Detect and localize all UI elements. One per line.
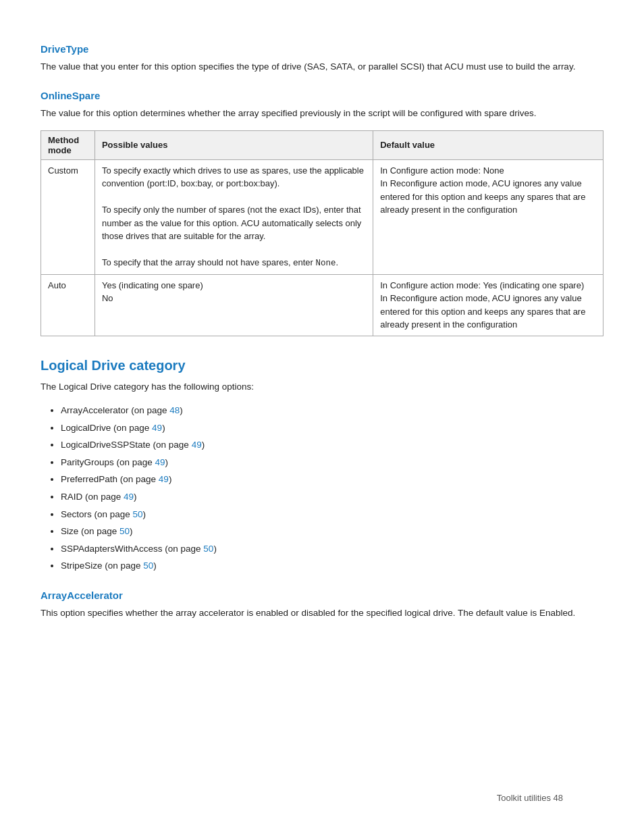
list-item-array-accelerator: ArrayAccelerator (on page 48) [61,403,603,418]
drivetype-body: The value that you enter for this option… [41,60,603,74]
footer-text: Toolkit utilities 48 [497,793,563,803]
link-logical-drive-ssp[interactable]: 49 [192,440,202,450]
onlinespare-heading: OnlineSpare [41,90,603,101]
auto-possible: Yes (indicating one spare) No [95,274,373,336]
table-row-custom: Custom To specify exactly which drives t… [41,159,603,274]
link-array-accelerator[interactable]: 48 [169,405,180,415]
list-item-parity-groups: ParityGroups (on page 49) [61,455,603,470]
array-accelerator-heading: ArrayAccelerator [41,590,603,601]
logical-drive-intro: The Logical Drive category has the follo… [41,380,603,394]
link-logical-drive[interactable]: 49 [152,423,162,433]
none-code: None [315,259,336,268]
list-item-ssp-adapters: SSPAdaptersWithAccess (on page 50) [61,542,603,556]
auto-mode: Auto [41,274,95,336]
custom-mode: Custom [41,159,95,274]
col-header-default-value: Default value [373,130,603,159]
onlinespare-table: Method mode Possible values Default valu… [41,130,603,336]
logical-drive-heading: Logical Drive category [41,358,603,373]
link-raid[interactable]: 49 [124,492,134,502]
onlinespare-body: The value for this option determines whe… [41,107,603,120]
list-item-logical-drive-ssp: LogicalDriveSSPState (on page 49) [61,438,603,452]
link-sectors[interactable]: 50 [133,509,143,519]
link-ssp-adapters[interactable]: 50 [203,544,213,554]
list-item-raid: RAID (on page 49) [61,490,603,504]
logical-drive-list: ArrayAccelerator (on page 48) LogicalDri… [61,403,603,573]
list-item-stripe-size: StripeSize (on page 50) [61,558,603,573]
array-accelerator-body: This option specifies whether the array … [41,606,603,620]
custom-possible: To specify exactly which drives to use a… [95,159,373,274]
list-item-logical-drive: LogicalDrive (on page 49) [61,421,603,436]
list-item-sectors: Sectors (on page 50) [61,507,603,522]
link-parity-groups[interactable]: 49 [155,457,165,467]
col-header-method-mode: Method mode [41,130,95,159]
drivetype-heading: DriveType [41,43,603,55]
link-size[interactable]: 50 [119,526,130,536]
list-item-size: Size (on page 50) [61,524,603,539]
page-content: DriveType The value that you enter for t… [41,43,603,823]
link-preferred-path[interactable]: 49 [159,474,169,484]
link-stripe-size[interactable]: 50 [143,561,153,571]
auto-default: In Configure action mode: Yes (indicatin… [373,274,603,336]
col-header-possible-values: Possible values [95,130,373,159]
list-item-preferred-path: PreferredPath (on page 49) [61,472,603,487]
table-row-auto: Auto Yes (indicating one spare) No In Co… [41,274,603,336]
custom-default: In Configure action mode: None In Reconf… [373,159,603,274]
page-footer: Toolkit utilities 48 [497,793,563,803]
